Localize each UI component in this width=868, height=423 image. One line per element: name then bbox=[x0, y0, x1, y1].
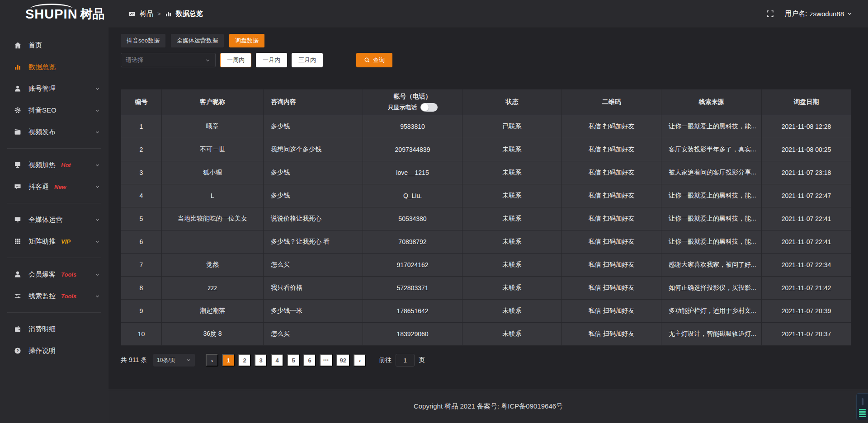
sidebar-item-member-burst[interactable]: 会员爆客Tools bbox=[0, 263, 108, 285]
source-link[interactable]: 如何正确选择投影仪，买投影... bbox=[661, 277, 762, 300]
badge-vip: VIP bbox=[61, 238, 71, 245]
cell-nickname: zzz bbox=[162, 277, 264, 300]
goto-page: 前往 页 bbox=[379, 354, 425, 367]
sidebar-item-home[interactable]: 首页 bbox=[0, 34, 108, 56]
sidebar-group: 全媒体运营矩阵助推VIP bbox=[0, 207, 108, 254]
qrcode-link[interactable]: 私信 扫码加好友 bbox=[562, 161, 661, 184]
source-link[interactable]: 让你一眼就爱上的黑科技，能... bbox=[661, 230, 762, 254]
page-button-5[interactable]: 5 bbox=[287, 354, 300, 367]
page-button-1[interactable]: 1 bbox=[222, 354, 235, 367]
qrcode-link[interactable]: 私信 扫码加好友 bbox=[562, 115, 661, 138]
cell-content: 怎么买 bbox=[264, 323, 363, 346]
sidebar-item-matrix-boost[interactable]: 矩阵助推VIP bbox=[0, 230, 108, 252]
cell-account: 70898792 bbox=[363, 230, 462, 254]
widget-bar bbox=[859, 411, 866, 413]
chat-icon bbox=[14, 183, 22, 191]
sidebar-item-lead-monitor[interactable]: 线索监控Tools bbox=[0, 285, 108, 307]
chevron-down-icon bbox=[94, 239, 100, 244]
table-row: 3狐小狸多少钱love__1215未联系私信 扫码加好友被大家追着问的客厅投影分… bbox=[121, 161, 851, 184]
cell-content: 多少钱一米 bbox=[264, 300, 363, 323]
sidebar-item-douyin-seo[interactable]: 抖音SEO bbox=[0, 99, 108, 121]
sidebar-item-video-heating[interactable]: 视频加热Hot bbox=[0, 154, 108, 176]
range-button-0[interactable]: 一周内 bbox=[220, 53, 251, 67]
source-link[interactable]: 让你一眼就爱上的黑科技，能... bbox=[661, 184, 762, 207]
user-menu[interactable]: 用户名: zswodun88 bbox=[785, 9, 853, 18]
tab-2[interactable]: 询盘数据 bbox=[229, 34, 264, 47]
sidebar-item-instructions[interactable]: ?操作说明 bbox=[0, 340, 108, 362]
qrcode-link[interactable]: 私信 扫码加好友 bbox=[562, 323, 661, 346]
cell-status: 未联系 bbox=[462, 323, 562, 346]
widget-bar bbox=[859, 409, 866, 410]
source-link[interactable]: 多功能护栏灯，适用于乡村文... bbox=[661, 300, 762, 323]
tab-1[interactable]: 全媒体运营数据 bbox=[171, 34, 224, 47]
qrcode-link[interactable]: 私信 扫码加好友 bbox=[562, 254, 661, 277]
qrcode-link[interactable]: 私信 扫码加好友 bbox=[562, 277, 661, 300]
filter-select[interactable]: 请选择 bbox=[121, 53, 216, 67]
qrcode-link[interactable]: 私信 扫码加好友 bbox=[562, 230, 661, 254]
sidebar-item-video-publish[interactable]: 视频发布 bbox=[0, 121, 108, 143]
column-header-3: 帐号（电话）只显示电话 bbox=[363, 89, 462, 115]
sidebar-item-account-management[interactable]: 账号管理 bbox=[0, 78, 108, 99]
sidebar-item-label: 抖客通 bbox=[28, 183, 49, 191]
page-button-6[interactable]: 6 bbox=[303, 354, 316, 367]
brand-logo[interactable]: SHUPIN 树品 bbox=[0, 0, 108, 28]
source-link[interactable]: 让你一眼就爱上的黑科技，能... bbox=[661, 115, 762, 138]
sidebar-item-doukertong[interactable]: 抖客通New bbox=[0, 176, 108, 197]
cell-date: 2021-11-07 20:37 bbox=[762, 323, 851, 346]
page-size-select[interactable]: 10条/页 bbox=[153, 354, 195, 367]
sidebar-item-omni-media-operation[interactable]: 全媒体运营 bbox=[0, 209, 108, 230]
range-button-2[interactable]: 三月内 bbox=[292, 53, 323, 67]
source-link[interactable]: 客厅安装投影半年多了，真实... bbox=[661, 138, 762, 161]
sidebar-item-data-overview[interactable]: 数据总览 bbox=[0, 56, 108, 78]
sidebar-item-label: 数据总览 bbox=[28, 63, 56, 71]
column-header-1: 客户昵称 bbox=[162, 89, 264, 115]
floating-widget[interactable] bbox=[856, 393, 868, 420]
qrcode-link[interactable]: 私信 扫码加好友 bbox=[562, 300, 661, 323]
page-button-92[interactable]: 92 bbox=[336, 354, 350, 367]
sidebar-item-expense-detail[interactable]: 消费明细 bbox=[0, 318, 108, 340]
user-icon bbox=[14, 85, 22, 93]
footer: Copyright 树品 2021 备案号: 粤ICP备09019646号 bbox=[108, 390, 868, 423]
chevron-down-icon bbox=[94, 86, 100, 92]
table-row: 5当地比较能吃的一位美女说说价格让我死心50534380未联系私信 扫码加好友让… bbox=[121, 207, 851, 230]
prev-page-button[interactable]: ‹ bbox=[206, 354, 218, 367]
page-ellipsis-button[interactable]: ••• bbox=[320, 354, 332, 367]
cell-no: 7 bbox=[121, 254, 162, 277]
page-button-2[interactable]: 2 bbox=[238, 354, 251, 367]
qrcode-link[interactable]: 私信 扫码加好友 bbox=[562, 207, 661, 230]
range-button-1[interactable]: 一月内 bbox=[256, 53, 287, 67]
sliders-icon bbox=[14, 292, 22, 300]
column-header-2: 咨询内容 bbox=[264, 89, 363, 115]
chevron-down-icon bbox=[205, 57, 211, 63]
screen-icon bbox=[14, 161, 22, 169]
cell-no: 1 bbox=[121, 115, 162, 138]
cell-account: 178651642 bbox=[363, 300, 462, 323]
qrcode-link[interactable]: 私信 扫码加好友 bbox=[562, 138, 661, 161]
source-link[interactable]: 感谢大家喜欢我家，被问了好... bbox=[661, 254, 762, 277]
next-page-button[interactable]: › bbox=[354, 354, 366, 367]
search-button[interactable]: 查询 bbox=[356, 53, 392, 67]
page-button-4[interactable]: 4 bbox=[271, 354, 283, 367]
sidebar-divider bbox=[7, 203, 101, 203]
cell-account: love__1215 bbox=[363, 161, 462, 184]
fullscreen-icon[interactable] bbox=[766, 10, 774, 18]
breadcrumb-item-root[interactable]: 树品 bbox=[140, 9, 153, 18]
cell-content: 说说价格让我死心 bbox=[264, 207, 363, 230]
cell-account: 917024162 bbox=[363, 254, 462, 277]
phone-only-toggle-row: 只显示电话 bbox=[365, 103, 460, 112]
qrcode-link[interactable]: 私信 扫码加好友 bbox=[562, 184, 661, 207]
wallet-icon bbox=[14, 325, 22, 333]
table-row: 7觉然怎么买917024162未联系私信 扫码加好友感谢大家喜欢我家，被问了好.… bbox=[121, 254, 851, 277]
sidebar-group: 消费明细?操作说明 bbox=[0, 316, 108, 363]
cell-content: 多少钱？让我死心 看 bbox=[264, 230, 363, 254]
chevron-down-icon bbox=[94, 272, 100, 277]
main-area: 树品 > 数据总览 用户名: zswodun88 bbox=[108, 0, 868, 423]
source-link[interactable]: 让你一眼就爱上的黑科技，能... bbox=[661, 207, 762, 230]
tab-0[interactable]: 抖音seo数据 bbox=[121, 34, 165, 47]
goto-page-input[interactable] bbox=[396, 354, 415, 367]
phone-only-toggle[interactable] bbox=[420, 103, 438, 112]
source-link[interactable]: 被大家追着问的客厅投影分享... bbox=[661, 161, 762, 184]
topbar: 树品 > 数据总览 用户名: zswodun88 bbox=[108, 0, 868, 28]
source-link[interactable]: 无主灯设计，智能磁吸轨道灯... bbox=[661, 323, 762, 346]
page-button-3[interactable]: 3 bbox=[255, 354, 267, 367]
